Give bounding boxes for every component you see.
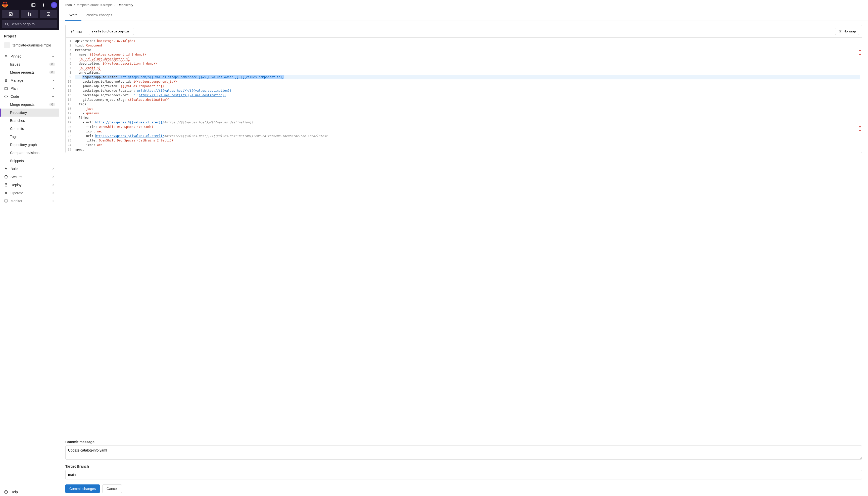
chevron-icon	[51, 175, 55, 179]
pinned-header[interactable]: Pinned	[0, 52, 59, 60]
project-item[interactable]: T template-quarkus-simple	[0, 40, 59, 50]
nav-label: Code	[11, 94, 49, 98]
thumbtack-icon	[4, 54, 8, 58]
nav-item-monitor[interactable]: Monitor	[0, 197, 59, 205]
svg-point-25	[71, 32, 72, 33]
code-icon	[4, 94, 8, 98]
svg-rect-0	[32, 3, 35, 6]
chevron-icon	[51, 79, 55, 82]
branch-icon	[71, 30, 74, 33]
pinned-item-label: Issues	[10, 62, 47, 66]
help-label: Help	[11, 490, 55, 494]
nav-item-plan[interactable]: Plan	[0, 84, 59, 92]
nav-sub-label: Tags	[10, 135, 55, 139]
nav-sub-label: Branches	[10, 119, 55, 123]
wrap-toggle[interactable]: No wrap	[835, 28, 859, 35]
nav-label: Manage	[11, 78, 49, 82]
pinned-item-label: Merge requests	[10, 71, 47, 74]
svg-rect-21	[4, 200, 7, 202]
cancel-button[interactable]: Cancel	[102, 484, 122, 493]
svg-point-12	[6, 79, 7, 80]
svg-point-14	[6, 81, 7, 82]
plus-icon[interactable]	[41, 2, 46, 7]
help-icon	[4, 490, 8, 494]
code-editor[interactable]: 1234567891011121314151617181920212223242…	[65, 37, 862, 153]
commit-message-label: Commit message	[65, 440, 862, 444]
nav-sub-commits[interactable]: Commits	[0, 125, 59, 133]
operate-icon	[4, 191, 8, 195]
nav-item-build[interactable]: Build	[0, 165, 59, 173]
chevron-icon	[51, 95, 55, 98]
count-badge: 0	[49, 71, 55, 74]
help-item[interactable]: Help	[0, 488, 59, 496]
nav-item-secure[interactable]: Secure	[0, 173, 59, 181]
nav-sub-label: Compare revisions	[10, 151, 55, 155]
wrap-icon	[838, 30, 842, 33]
nav-label: Deploy	[11, 183, 49, 187]
editor-tabs: Write Preview changes	[59, 10, 868, 21]
svg-point-24	[71, 30, 72, 31]
nav-item-deploy[interactable]: Deploy	[0, 181, 59, 189]
build-icon	[4, 167, 8, 171]
issues-button[interactable]	[40, 10, 57, 18]
chevron-icon	[51, 199, 55, 203]
sidebar: Search or go to... Project T template-qu…	[0, 0, 59, 496]
nav-label: Plan	[11, 87, 49, 91]
svg-point-11	[5, 79, 6, 80]
breadcrumb-current: Repository	[118, 3, 133, 7]
nav-label: Monitor	[11, 199, 49, 203]
target-branch-input[interactable]	[65, 470, 862, 479]
svg-point-9	[5, 23, 8, 25]
secure-icon	[4, 175, 8, 179]
nav-sub-label: Repository	[10, 111, 55, 114]
search-placeholder: Search or go to...	[11, 22, 37, 26]
nav-sub-tags[interactable]: Tags	[0, 133, 59, 141]
nav-sub-label: Repository graph	[10, 143, 55, 147]
commit-button[interactable]: Commit changes	[65, 484, 100, 493]
nav-sub-branches[interactable]: Branches	[0, 117, 59, 125]
nav-label: Operate	[11, 191, 49, 195]
tab-preview[interactable]: Preview changes	[81, 10, 117, 20]
nav-item-operate[interactable]: Operate	[0, 189, 59, 197]
gitlab-logo[interactable]	[2, 2, 8, 8]
sidebar-topbar: Search or go to...	[0, 0, 59, 30]
search-icon	[5, 22, 9, 26]
nav-sub-label: Commits	[10, 127, 55, 131]
svg-rect-15	[5, 88, 7, 90]
todo-button[interactable]	[2, 10, 19, 18]
pinned-label: Pinned	[11, 54, 49, 58]
file-path-input[interactable]	[89, 28, 134, 35]
search-input[interactable]: Search or go to...	[2, 20, 57, 28]
line-gutter: 1234567891011121314151617181920212223242…	[66, 38, 73, 153]
code-content[interactable]: apiVersion: backstage.io/v1alpha1kind: C…	[73, 38, 862, 153]
monitor-icon	[4, 199, 8, 203]
svg-line-10	[7, 25, 9, 26]
editor-toolbar: main No wrap	[65, 25, 862, 37]
breadcrumb-link[interactable]: rhdh	[65, 3, 72, 7]
collapse-sidebar-icon[interactable]	[31, 2, 36, 7]
pinned-item[interactable]: Issues0	[0, 60, 59, 68]
main-content: rhdh / template-quarkus-simple / Reposit…	[59, 0, 868, 496]
nav-sub-repository[interactable]: Repository	[0, 109, 59, 117]
branch-name: main	[76, 29, 83, 33]
merge-requests-button[interactable]	[21, 10, 38, 18]
nav-sub-merge-requests[interactable]: Merge requests0	[0, 100, 59, 109]
nav-sub-compare-revisions[interactable]: Compare revisions	[0, 149, 59, 157]
nav-item-code[interactable]: Code	[0, 92, 59, 100]
tab-write[interactable]: Write	[65, 10, 81, 20]
count-badge: 0	[49, 63, 55, 66]
svg-point-20	[5, 192, 6, 193]
svg-point-6	[28, 15, 29, 16]
branch-selector[interactable]: main	[68, 28, 86, 35]
wrap-label: No wrap	[843, 29, 856, 33]
project-name: template-quarkus-simple	[13, 43, 51, 47]
pinned-item[interactable]: Merge requests0	[0, 68, 59, 76]
nav-item-manage[interactable]: Manage	[0, 76, 59, 84]
commit-message-input[interactable]	[65, 446, 862, 460]
nav-sub-snippets[interactable]: Snippets	[0, 157, 59, 165]
nav-label: Build	[11, 167, 49, 171]
chevron-down-icon	[51, 55, 55, 58]
nav-sub-repository-graph[interactable]: Repository graph	[0, 141, 59, 149]
user-avatar[interactable]	[51, 2, 57, 8]
breadcrumb-link[interactable]: template-quarkus-simple	[77, 3, 112, 7]
